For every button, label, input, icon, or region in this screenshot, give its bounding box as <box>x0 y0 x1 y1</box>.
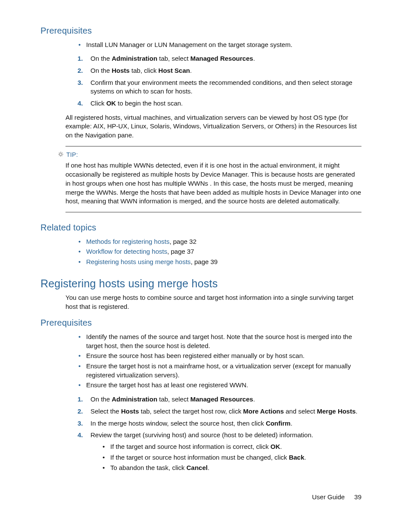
text: to begin the host scan. <box>116 100 183 107</box>
text: , page 32 <box>169 238 196 245</box>
step-item: Review the target (surviving host) and s… <box>77 431 361 473</box>
text: tab, select <box>157 395 190 403</box>
tip-label: TIP: <box>66 151 78 159</box>
svg-line-8 <box>62 152 62 153</box>
text: If the target or source host information… <box>110 454 289 461</box>
bold-text: Hosts <box>121 408 139 415</box>
bold-text: Administration <box>112 395 157 403</box>
text: On the <box>90 55 112 62</box>
list-item: Workflow for detecting hosts, page 37 <box>77 247 361 256</box>
paragraph: You can use merge hosts to combine sourc… <box>65 293 361 311</box>
text: , page 37 <box>167 248 194 255</box>
sub-list-item: If the target and source host informatio… <box>102 442 361 451</box>
list-item: Ensure the target host has at least one … <box>77 381 361 390</box>
svg-line-7 <box>59 156 59 156</box>
page-number: 39 <box>354 493 361 502</box>
bold-text: Host Scan <box>159 67 190 74</box>
list-item: Methods for registering hosts, page 32 <box>77 237 361 246</box>
text: and select <box>284 408 317 415</box>
step-item: On the Administration tab, select Manage… <box>77 54 361 63</box>
text: tab, select the target host row, click <box>139 408 243 415</box>
list-item: Registering hosts using merge hosts, pag… <box>77 258 361 267</box>
step-item: In the merge hosts window, select the so… <box>77 419 361 428</box>
tip-text: If one host has multiple WWNs detected, … <box>65 161 361 205</box>
bold-text: Cancel <box>187 464 208 471</box>
related-link[interactable]: Workflow for detecting hosts <box>86 248 167 255</box>
prerequisites-heading-1: Prerequisites <box>40 25 361 37</box>
svg-line-6 <box>62 156 62 156</box>
text: Click <box>90 100 106 107</box>
page-footer: User Guide 39 <box>312 493 361 502</box>
bold-text: Merge Hosts <box>317 408 356 415</box>
text: Review the target (surviving host) and s… <box>90 431 313 439</box>
text: . <box>304 454 306 461</box>
bold-text: Confirm <box>266 420 291 427</box>
bold-text: Managed Resources <box>190 55 253 62</box>
text: . <box>253 395 255 403</box>
text: To abandon the task, click <box>110 464 187 471</box>
text: , page 39 <box>191 258 218 265</box>
bold-text: Back <box>289 454 304 461</box>
svg-line-5 <box>59 152 59 153</box>
bold-text: More Actions <box>243 408 283 415</box>
related-topics-heading: Related topics <box>40 222 361 234</box>
step-item: Select the Hosts tab, select the target … <box>77 407 361 416</box>
bold-text: Administration <box>112 55 157 62</box>
step-item: Click OK to begin the host scan. <box>77 99 361 108</box>
list-item: Install LUN Manager or LUN Management on… <box>77 40 361 50</box>
list-item: Identify the names of the source and tar… <box>77 333 361 350</box>
bold-text: Managed Resources <box>190 395 253 403</box>
text: tab, click <box>130 67 159 74</box>
step-item: On the Hosts tab, click Host Scan. <box>77 66 361 75</box>
tip-box: TIP: If one host has multiple WWNs detec… <box>65 146 361 212</box>
text: If the target and source host informatio… <box>110 443 271 450</box>
svg-point-0 <box>59 153 62 156</box>
bold-text: Hosts <box>112 67 130 74</box>
text: . <box>253 55 255 62</box>
step-item: Confirm that your environment meets the … <box>77 78 361 96</box>
text: On the <box>90 67 112 74</box>
text: . <box>208 464 209 471</box>
bold-text: OK <box>271 443 280 450</box>
sub-list-item: If the target or source host information… <box>102 453 361 462</box>
tip-icon <box>58 151 64 160</box>
step-item: On the Administration tab, select Manage… <box>77 395 361 404</box>
text: . <box>190 67 192 74</box>
text: tab, select <box>157 55 190 62</box>
prerequisites-heading-2: Prerequisites <box>40 317 361 329</box>
text: In the merge hosts window, select the so… <box>90 420 266 427</box>
related-link[interactable]: Methods for registering hosts <box>86 238 169 245</box>
bold-text: OK <box>106 100 116 107</box>
related-link[interactable]: Registering hosts using merge hosts <box>86 258 191 265</box>
text: . <box>290 420 292 427</box>
text: . <box>280 443 282 450</box>
list-item: Ensure the target host is not a mainfram… <box>77 362 361 380</box>
footer-label: User Guide <box>312 493 345 501</box>
sub-list-item: To abandon the task, click Cancel. <box>102 464 361 473</box>
text: On the <box>90 395 112 403</box>
list-item: Ensure the source host has been register… <box>77 352 361 361</box>
text: Select the <box>90 408 121 415</box>
text: . <box>356 408 358 415</box>
section-heading-merge-hosts: Registering hosts using merge hosts <box>40 276 361 291</box>
paragraph: All registered hosts, virtual machines, … <box>65 113 361 140</box>
